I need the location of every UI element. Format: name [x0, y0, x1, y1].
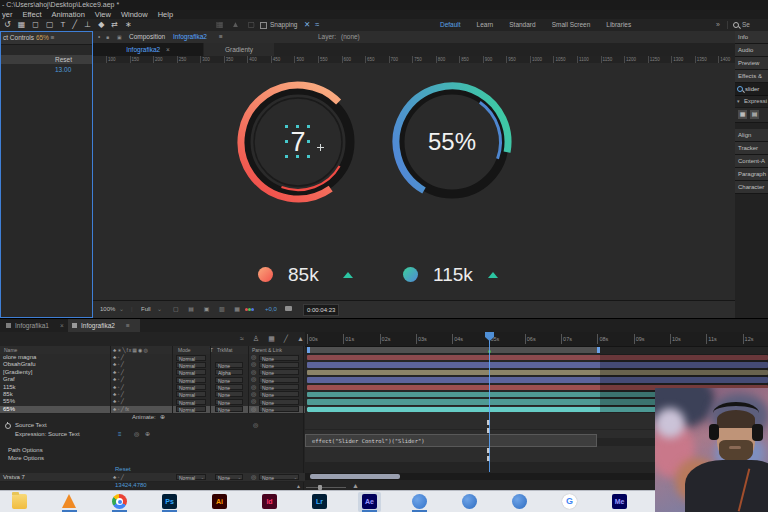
- scrollbar-thumb[interactable]: [310, 474, 400, 479]
- panel-tab-paragraph[interactable]: Paragraph: [735, 168, 768, 181]
- time-ruler[interactable]: 00s01s02s03s04s05s06s07s08s09s10s11s12s: [305, 332, 768, 346]
- app-blue-2[interactable]: [512, 494, 527, 509]
- photoshop[interactable]: Ps: [162, 494, 177, 509]
- menu-item-window[interactable]: Window: [121, 10, 148, 19]
- trkmat-dropdown[interactable]: None: [215, 362, 243, 368]
- pickwhip-icon[interactable]: ◎: [251, 398, 256, 405]
- timecode-display[interactable]: 0:00:04:23: [303, 304, 339, 316]
- path-options-row[interactable]: Path Options: [0, 446, 305, 454]
- timeline-tab-infografika1[interactable]: Infografika1: [15, 319, 49, 332]
- shape-tool[interactable]: ◻: [32, 19, 39, 31]
- indesign[interactable]: Id: [262, 494, 277, 509]
- axis-tool[interactable]: ⊥: [84, 19, 91, 31]
- panel-tab-tracker[interactable]: Tracker: [735, 142, 768, 155]
- layer-switches[interactable]: ♣ ◦ ╱: [113, 384, 124, 391]
- workspace-libraries[interactable]: Libraries: [606, 19, 631, 31]
- pickwhip-icon[interactable]: ◎: [251, 361, 256, 368]
- snap-grid-icon[interactable]: ≈: [315, 19, 319, 31]
- draft-3d-icon[interactable]: ♙: [253, 332, 259, 346]
- zoom-out-mountain-icon[interactable]: ▲: [296, 483, 301, 489]
- snapping-checkbox[interactable]: [260, 22, 267, 29]
- work-area-bar[interactable]: [307, 347, 600, 353]
- column-name[interactable]: Name: [4, 346, 17, 354]
- trkmat-dropdown[interactable]: Alpha: [215, 369, 243, 375]
- illustrator[interactable]: Ai: [212, 494, 227, 509]
- trkmat-dropdown[interactable]: None: [215, 384, 243, 390]
- expression-enable-icon[interactable]: ≡: [118, 430, 122, 438]
- column-parent-link[interactable]: Parent & Link: [252, 346, 282, 354]
- frame-blending-icon[interactable]: ╱: [284, 332, 288, 346]
- trkmat-dropdown[interactable]: None: [215, 406, 243, 412]
- parent-dropdown[interactable]: None: [259, 369, 299, 375]
- workspace-standard[interactable]: Standard: [509, 19, 535, 31]
- selection-handle[interactable]: [296, 155, 299, 158]
- close-tab-icon[interactable]: ×: [162, 46, 170, 53]
- parent-dropdown[interactable]: None: [259, 355, 299, 361]
- effect-reset-button[interactable]: Reset: [55, 55, 72, 64]
- timeline-tab-infografika2[interactable]: Infografika2: [81, 319, 115, 332]
- menu-item-animation[interactable]: Animation: [51, 10, 84, 19]
- selection-handle[interactable]: [285, 155, 288, 158]
- panel-tab-character[interactable]: Character: [735, 181, 768, 194]
- pickwhip-icon[interactable]: ◎: [251, 384, 256, 391]
- column-trkmat[interactable]: TrkMat: [217, 346, 232, 354]
- trkmat-dropdown[interactable]: None: [215, 399, 243, 405]
- search-icon[interactable]: [733, 22, 739, 28]
- shy-layers-icon[interactable]: ▦: [268, 332, 275, 346]
- workspace-overflow-button[interactable]: »: [716, 19, 720, 31]
- zoom-slider-track[interactable]: [306, 487, 346, 488]
- zoom-in-mountain-icon[interactable]: ▲: [352, 482, 359, 489]
- parent-dropdown[interactable]: None: [259, 384, 299, 390]
- panel-menu-icon[interactable]: ≡: [219, 31, 223, 43]
- slider-control-value[interactable]: 13.00: [55, 65, 71, 74]
- menu-item-view[interactable]: View: [95, 10, 111, 19]
- panel-tab-align[interactable]: Align: [735, 129, 768, 142]
- search-workspace-label[interactable]: Se: [742, 19, 750, 31]
- blend-mode-dropdown[interactable]: Normal: [176, 391, 206, 397]
- motion-blur-icon[interactable]: ▲: [297, 332, 304, 346]
- app-blue-badge[interactable]: [412, 494, 427, 509]
- left-donut-value[interactable]: 7: [233, 77, 363, 207]
- anchor-point-icon[interactable]: [317, 144, 324, 151]
- twirl-icon[interactable]: ▾: [737, 96, 740, 107]
- viewer-tab-infografika2[interactable]: Infografika2 ×: [93, 43, 203, 56]
- selection-handle[interactable]: [285, 140, 288, 143]
- menu-item-effect[interactable]: Effect: [22, 10, 41, 19]
- workspace-learn[interactable]: Learn: [477, 19, 494, 31]
- layer-switches[interactable]: ♣ ◦ ╱: [113, 391, 124, 398]
- workspace-default[interactable]: Default: [440, 19, 461, 31]
- viewer-tab-gradienty[interactable]: Gradienty: [204, 43, 274, 56]
- resolution-dropdown[interactable]: Full: [141, 301, 151, 318]
- pickwhip-icon[interactable]: ◎: [253, 421, 258, 429]
- parent-dropdown[interactable]: None: [259, 406, 299, 412]
- zoom-tool[interactable]: ▦: [18, 19, 26, 31]
- expression-language-icon[interactable]: ⊕: [145, 430, 150, 438]
- slider-keyframe-value[interactable]: 13424,4780: [115, 481, 147, 489]
- expression-controls-group[interactable]: ▾ Expressi: [735, 96, 768, 108]
- selection-handle[interactable]: [307, 125, 310, 128]
- animate-add-icon[interactable]: ⊕: [160, 413, 165, 421]
- type-tool[interactable]: T: [60, 19, 65, 31]
- layer-viewer-value[interactable]: (none): [341, 31, 360, 43]
- after-effects[interactable]: Ae: [362, 494, 377, 509]
- blend-mode-dropdown[interactable]: Normal: [176, 406, 206, 412]
- pickwhip-icon[interactable]: ◎: [251, 376, 256, 383]
- exposure-offset[interactable]: +0,0: [265, 301, 277, 318]
- trkmat-dropdown[interactable]: None: [215, 391, 243, 397]
- selection-handle[interactable]: [285, 125, 288, 128]
- panel-menu-icon[interactable]: ≡: [51, 34, 55, 41]
- panel-tab-audio[interactable]: Audio: [735, 44, 768, 57]
- blend-mode-dropdown[interactable]: Normal: [176, 355, 206, 361]
- layer-switches[interactable]: ♣ ◦ ╱: [113, 361, 124, 368]
- panel-menu-icon[interactable]: ≡: [126, 319, 130, 332]
- panel-tab-preview[interactable]: Preview: [735, 57, 768, 70]
- blend-mode-dropdown[interactable]: Normal: [176, 369, 206, 375]
- parent-dropdown[interactable]: None⌄: [259, 474, 299, 480]
- pan-behind-tool[interactable]: ⇄: [111, 19, 118, 31]
- pickwhip-icon[interactable]: ◎: [251, 391, 256, 398]
- parent-dropdown[interactable]: None: [259, 362, 299, 368]
- expression-editor[interactable]: effect("Slider Control")("Slider"): [305, 434, 597, 447]
- effects-search-field[interactable]: slider: [735, 83, 768, 96]
- puppet-pin-tool[interactable]: ∗: [125, 19, 132, 31]
- reset-button[interactable]: Reset: [115, 466, 131, 473]
